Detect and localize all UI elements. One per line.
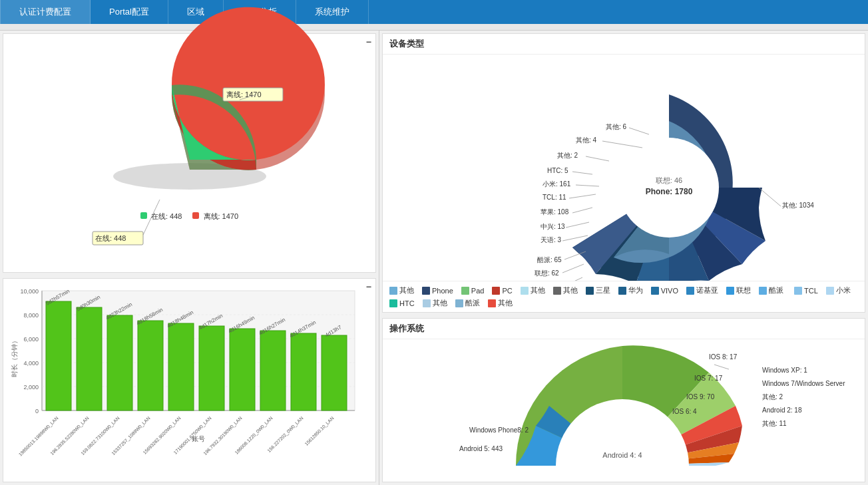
svg-rect-33 xyxy=(230,329,255,410)
svg-text:IOS 6: 4: IOS 6: 4 xyxy=(672,408,697,415)
top-nav: 认证计费配置 Portal配置 区域 数据分析 系统维护 xyxy=(0,0,868,24)
svg-rect-21 xyxy=(46,301,71,410)
online-offline-section: − xyxy=(3,33,376,273)
left-panel: − xyxy=(0,31,379,485)
os-chart-svg: Android 4: 4 IOS 8: 17 Windows XP: 1 IOS… xyxy=(383,339,865,466)
os-section: 操作系统 xyxy=(382,318,865,482)
duration-bar-section: − 时长（分钟） xyxy=(3,278,376,482)
svg-text:其他: 2: 其他: 2 xyxy=(557,152,578,159)
svg-text:Android 5: 443: Android 5: 443 xyxy=(459,445,503,452)
svg-line-76 xyxy=(562,264,584,273)
svg-text:联想: 46: 联想: 46 xyxy=(656,176,682,184)
svg-line-68 xyxy=(572,208,592,213)
device-legend: 其他 Phone Pad PC 其他 其他 三星 华为 VIVO 诺基亚 联想 … xyxy=(383,281,865,312)
svg-rect-35 xyxy=(260,331,286,410)
svg-line-86 xyxy=(759,188,781,206)
bar-chart-svg: 时长（分钟） 10,000 8,000 6,000 4, xyxy=(9,284,368,444)
device-type-section: 设备类型 xyxy=(382,33,865,313)
device-type-title: 设备类型 xyxy=(383,34,865,55)
svg-text:酷派: 65: 酷派: 65 xyxy=(537,256,562,263)
svg-text:15612850.10_LAN: 15612850.10_LAN xyxy=(304,416,335,447)
pie-chart-area: 离线: 1470 在线: 448 在线: 448 离线: 1470 xyxy=(3,34,375,234)
svg-text:2,000: 2,000 xyxy=(23,384,39,391)
online-legend: 在线: 448 xyxy=(140,212,182,222)
device-donut-svg: 联想: 46 Phone: 1780 其他: 4 其他: 6 其他: 2 HTC… xyxy=(383,55,865,281)
svg-text:TCL: 11: TCL: 11 xyxy=(542,194,566,201)
svg-line-66 xyxy=(569,194,596,198)
svg-text:Windows 7/Windows Server: Windows 7/Windows Server xyxy=(762,380,845,387)
svg-line-58 xyxy=(629,128,649,134)
svg-rect-39 xyxy=(322,335,347,410)
svg-text:其他: 2: 其他: 2 xyxy=(762,393,783,401)
svg-line-64 xyxy=(576,185,599,186)
svg-text:其他: 4: 其他: 4 xyxy=(576,136,597,144)
svg-text:10,000: 10,000 xyxy=(20,288,39,295)
svg-text:Phone: 1780: Phone: 1780 xyxy=(646,187,693,196)
svg-rect-37 xyxy=(291,333,316,410)
svg-text:中兴: 13: 中兴: 13 xyxy=(541,223,565,230)
svg-text:4,000: 4,000 xyxy=(23,360,39,367)
nav-item-system[interactable]: 系统维护 xyxy=(296,0,369,24)
pie-legend: 在线: 448 离线: 1470 xyxy=(140,212,238,222)
svg-text:Windows Phone8: 2: Windows Phone8: 2 xyxy=(469,426,529,434)
svg-text:在线: 448: 在线: 448 xyxy=(95,234,126,242)
pie-chart-svg: 离线: 1470 在线: 448 xyxy=(77,47,303,206)
svg-text:156.227202_0W0_LAN: 156.227202_0W0_LAN xyxy=(266,416,304,454)
svg-text:0: 0 xyxy=(35,408,39,414)
svg-text:天语: 3: 天语: 3 xyxy=(541,236,562,243)
svg-line-56 xyxy=(602,141,642,148)
svg-line-72 xyxy=(562,236,588,241)
svg-text:苹果: 108: 苹果: 108 xyxy=(541,208,569,216)
svg-line-70 xyxy=(566,222,589,228)
svg-line-60 xyxy=(586,156,609,161)
svg-text:IOS 7: 17: IOS 7: 17 xyxy=(694,375,723,382)
svg-text:6,000: 6,000 xyxy=(23,336,39,343)
nav-item-portal[interactable]: Portal配置 xyxy=(91,0,168,24)
svg-text:时长（分钟）: 时长（分钟） xyxy=(11,337,18,377)
svg-text:IOS 8: 17: IOS 8: 17 xyxy=(709,353,738,361)
svg-text:IOS 9: 70: IOS 9: 70 xyxy=(686,393,715,401)
svg-text:小米: 161: 小米: 161 xyxy=(542,180,571,188)
svg-text:其他: 6: 其他: 6 xyxy=(606,123,627,130)
offline-legend: 离线: 1470 xyxy=(192,212,238,222)
svg-rect-23 xyxy=(77,307,102,410)
svg-text:Android 2: 18: Android 2: 18 xyxy=(762,406,802,414)
main-layout: − xyxy=(0,31,868,485)
svg-text:Windows XP: 1: Windows XP: 1 xyxy=(762,367,807,374)
svg-rect-31 xyxy=(199,326,224,410)
svg-text:HTC: 5: HTC: 5 xyxy=(547,167,568,174)
svg-line-90 xyxy=(714,365,729,369)
svg-line-78 xyxy=(561,277,582,281)
right-panel: 设备类型 xyxy=(379,31,868,485)
nav-item-auth[interactable]: 认证计费配置 xyxy=(0,0,91,24)
svg-text:联想: 62: 联想: 62 xyxy=(535,269,559,277)
svg-rect-27 xyxy=(138,321,163,410)
svg-text:账号: 账号 xyxy=(192,435,205,442)
svg-rect-29 xyxy=(168,323,194,410)
svg-text:其他: 1034: 其他: 1034 xyxy=(782,202,814,209)
sub-bar xyxy=(0,24,868,31)
svg-text:其他: 11: 其他: 11 xyxy=(762,420,787,427)
svg-text:8,000: 8,000 xyxy=(23,312,39,319)
svg-rect-25 xyxy=(107,315,132,410)
svg-text:Android 4: 4: Android 4: 4 xyxy=(602,451,642,459)
os-title: 操作系统 xyxy=(383,319,865,339)
svg-line-62 xyxy=(572,172,592,174)
